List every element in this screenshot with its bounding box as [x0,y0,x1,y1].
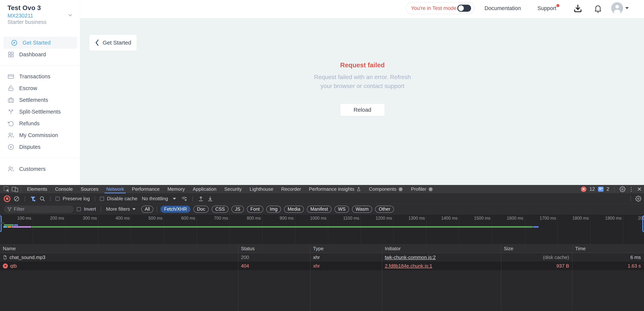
timeline-gridline [33,214,33,244]
support-link[interactable]: Support [538,5,556,11]
filter-icon[interactable] [30,196,36,202]
atom-icon [398,187,403,192]
lock-open-icon [8,85,14,92]
sidebar-item-escrow[interactable]: Escrow [0,82,80,94]
timeline-gridline [361,214,361,244]
sidebar-item-disputes[interactable]: Disputes [0,141,80,153]
sidebar-item-transactions[interactable]: Transactions [0,71,80,82]
back-button-label: Get Started [103,40,131,46]
column-header-initiator[interactable]: Initiator [382,246,501,251]
search-icon[interactable] [39,196,46,202]
devtools-status-cluster: ✕ 12 2 ⋮ ✕ [581,185,642,193]
device-toolbar-icon[interactable] [11,185,19,193]
throttling-dropdown[interactable]: No throttling [142,196,176,202]
filter-chip-media[interactable]: Media [284,206,304,213]
download-icon[interactable] [573,3,583,14]
close-devtools-icon[interactable]: ✕ [637,186,642,192]
filter-input[interactable] [14,206,70,212]
divider [157,206,157,212]
test-mode-pill: You're in Test mode [406,2,474,14]
request-type: xhr [310,254,382,260]
filter-chip-all[interactable]: All [141,206,154,213]
compass-icon [11,39,18,46]
network-settings-gear-icon[interactable] [635,196,642,202]
sidebar-item-my-commission[interactable]: My Commission [0,129,80,141]
initiator-link[interactable]: twk-chunk-common.js:2 [385,254,436,260]
merchant-id-link[interactable]: MX230211 [8,13,33,19]
tab-security[interactable]: Security [220,185,246,193]
filter-chip-wasm[interactable]: Wasm [352,206,372,213]
timeline-gridline [426,214,426,244]
tab-elements[interactable]: Elements [23,185,51,193]
timeline-tick-label: 900 ms [267,216,294,221]
tab-profiler[interactable]: Profiler [407,185,437,193]
avatar[interactable] [611,2,623,14]
clear-network-log-icon[interactable] [14,196,20,202]
console-errors-icon[interactable]: ✕ [581,186,586,192]
issues-icon[interactable] [598,187,604,192]
table-row[interactable]: ✕ qtb 404 xhr 2.fd8b184e.chunk.js:1 937 … [0,262,644,270]
tab-components[interactable]: Components [365,185,407,193]
sidebar-item-refunds[interactable]: Refunds [0,118,80,129]
network-overview-timeline[interactable]: 100 ms200 ms300 ms400 ms500 ms600 ms700 … [0,214,644,244]
more-filters-dropdown[interactable]: More filters [106,206,136,212]
import-har-icon[interactable] [198,196,204,202]
avatar-menu-caret-icon[interactable] [625,7,629,9]
column-header-type[interactable]: Type [310,246,382,251]
tab-performance-insights[interactable]: Performance insights [305,185,365,193]
request-status: 404 [238,263,310,269]
table-row[interactable]: chat_sound.mp3 200 xhr twk-chunk-common.… [0,253,644,262]
devtools-settings-gear-icon[interactable] [620,186,626,192]
business-switcher-chevron-icon[interactable] [68,12,73,18]
filter-chip-ws[interactable]: WS [334,206,349,213]
column-header-name[interactable]: Name [0,246,238,251]
overview-left-handle[interactable] [0,215,2,232]
overview-waterfall-bar [14,224,18,226]
bell-icon[interactable] [593,4,603,13]
column-header-size[interactable]: Size [501,246,572,251]
filter-chip-img[interactable]: Img [266,206,281,213]
preserve-log-checkbox[interactable] [56,197,60,201]
filter-chip-other[interactable]: Other [375,206,394,213]
tab-lighthouse[interactable]: Lighthouse [246,185,277,193]
network-conditions-icon[interactable] [181,195,188,202]
tab-performance[interactable]: Performance [128,185,164,193]
more-options-kebab-icon[interactable]: ⋮ [628,186,634,192]
export-har-icon[interactable] [207,196,213,202]
column-header-status[interactable]: Status [238,246,310,251]
reload-button[interactable]: Reload [340,104,385,116]
tab-application[interactable]: Application [189,185,220,193]
sidebar-item-split-settlements[interactable]: Split-Settlements [0,106,80,118]
tab-memory[interactable]: Memory [164,185,189,193]
filter-chip-manifest[interactable]: Manifest [307,206,332,213]
record-network-log-icon[interactable] [4,195,10,202]
tab-recorder[interactable]: Recorder [277,185,305,193]
filter-chip-font[interactable]: Font [247,206,263,213]
test-mode-toggle[interactable] [457,5,471,12]
support-label: Support [538,5,556,11]
disable-cache-checkbox[interactable] [100,197,104,201]
sidebar-item-dashboard[interactable]: Dashboard [0,49,80,60]
initiator-link[interactable]: 2.fd8b184e.chunk.js:1 [385,263,432,269]
tab-sources[interactable]: Sources [77,185,102,193]
documentation-link[interactable]: Documentation [484,5,521,11]
sidebar-item-get-started[interactable]: Get Started [3,37,77,49]
test-mode-label: You're in Test mode [411,5,456,11]
tab-network[interactable]: Network [102,185,128,193]
request-status: 200 [238,254,310,260]
sidebar-item-customers[interactable]: Customers [0,163,80,175]
filter-chip-fetch-xhr[interactable]: Fetch/XHR [160,206,190,213]
tab-console[interactable]: Console [51,185,76,193]
overview-waterfall-bar [533,226,538,228]
invert-checkbox[interactable] [77,207,81,211]
column-header-time[interactable]: Time [572,246,644,251]
back-button[interactable]: Get Started [90,35,136,51]
timeline-tick-label: 700 ms [201,216,228,221]
support-notification-dot [556,4,560,7]
sidebar-item-settlements[interactable]: Settlements [0,94,80,106]
filter-chip-js[interactable]: JS [232,206,244,213]
timeline-tick-label: 1000 ms [300,216,326,221]
inspect-element-icon[interactable] [2,185,11,193]
filter-chip-css[interactable]: CSS [212,206,228,213]
filter-chip-doc[interactable]: Doc [194,206,209,213]
